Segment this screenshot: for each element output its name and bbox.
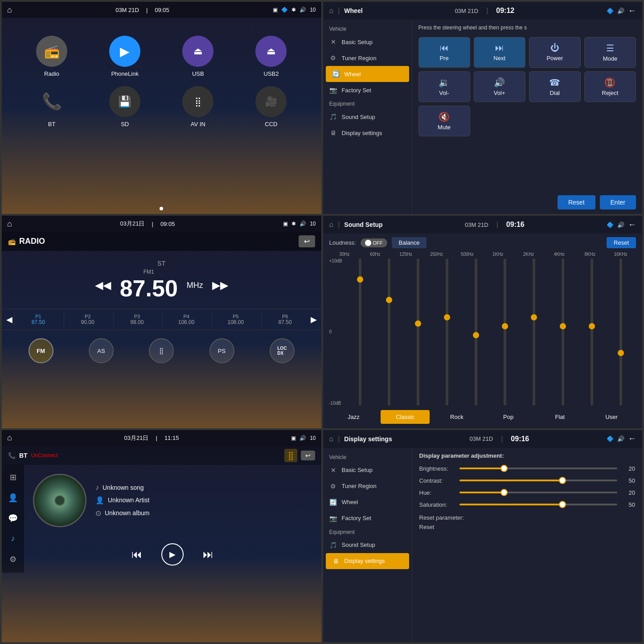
hue-knob[interactable] xyxy=(500,489,508,496)
eq-bar-4khz[interactable] xyxy=(549,258,576,405)
home-icon[interactable]: ⌂ xyxy=(7,5,12,15)
wheel-btn-dial[interactable]: ☎ Dial xyxy=(529,71,581,102)
eq-bar-500hz[interactable] xyxy=(462,258,489,405)
wheel-btn-next[interactable]: ⏭ Next xyxy=(474,37,525,68)
bt-prev-button[interactable]: ⏮ xyxy=(126,543,148,566)
radio-preset-4[interactable]: P4 106.00 xyxy=(162,312,210,327)
saturation-track[interactable] xyxy=(459,504,618,505)
wheel-home-icon[interactable]: ⌂ xyxy=(329,7,334,15)
display-home-icon[interactable]: ⌂ xyxy=(329,435,334,443)
wheel-btn-mode[interactable]: ☰ Mode xyxy=(584,37,636,68)
wheel-enter-button[interactable]: Enter xyxy=(600,195,636,209)
reset-param-button[interactable]: Reset xyxy=(419,524,636,530)
radio-preset-3[interactable]: P3 98.00 xyxy=(113,312,161,327)
eq-label-30hz: 30Hz xyxy=(329,252,360,257)
radio-home-icon[interactable]: ⌂ xyxy=(7,219,12,229)
radio-preset-6[interactable]: P6 87.50 xyxy=(261,312,309,327)
display-sidebar-tuner-region[interactable]: ⚙ Tuner Region xyxy=(323,478,412,494)
eq-preset-flat[interactable]: Flat xyxy=(536,410,585,424)
radio-prev-button[interactable]: ◀◀ xyxy=(95,279,111,291)
radio-as-button[interactable]: AS xyxy=(89,338,114,363)
display-sidebar-display-settings[interactable]: 🖥 Display settings xyxy=(326,553,409,569)
wheel-hint: Press the steering wheel and then press … xyxy=(418,24,636,32)
radio-band-label: FM1 xyxy=(144,269,154,275)
sidebar-item-factory-set[interactable]: 📷 Factory Set xyxy=(323,82,412,98)
app-avin[interactable]: ⣿ AV IN xyxy=(166,86,230,127)
bt-home-icon[interactable]: ⌂ xyxy=(7,433,12,443)
app-phonelink[interactable]: ▶ PhoneLink xyxy=(93,36,157,77)
eq-preset-jazz[interactable]: Jazz xyxy=(329,410,378,424)
eq-bar-2khz[interactable] xyxy=(520,258,547,405)
display-back-icon[interactable]: ← xyxy=(628,434,636,443)
eq-preset-rock[interactable]: Rock xyxy=(432,410,481,424)
bt-play-button[interactable]: ▶ xyxy=(161,543,184,566)
eq-bar-30hz[interactable] xyxy=(347,258,374,405)
sidebar-item-display-settings[interactable]: 🖥 Display settings xyxy=(323,125,412,141)
radio-back-button[interactable]: ↩ xyxy=(299,235,315,247)
display-sidebar-sound-setup[interactable]: 🎵 Sound Setup xyxy=(323,537,412,553)
radio-presets-prev[interactable]: ◀ xyxy=(6,315,12,324)
radio-next-button[interactable]: ▶▶ xyxy=(212,279,228,291)
radio-preset-5[interactable]: P5 108.00 xyxy=(212,312,259,327)
contrast-knob[interactable] xyxy=(559,477,566,484)
eq-preset-user[interactable]: User xyxy=(587,410,636,424)
bt-sidebar-grid-icon[interactable]: ⊞ xyxy=(5,469,21,485)
display-sidebar-factory-set[interactable]: 📷 Factory Set xyxy=(323,510,412,526)
radio-fm-button[interactable]: FM xyxy=(29,338,53,363)
wheel-btn-power[interactable]: ⏻ Power xyxy=(529,37,581,68)
wheel-reset-button[interactable]: Reset xyxy=(558,195,595,209)
wheel-btn-reject[interactable]: 📵 Reject xyxy=(584,71,636,102)
bt-next-button[interactable]: ⏭ xyxy=(197,543,219,566)
app-bt[interactable]: 📞 BT xyxy=(20,86,84,127)
bt-sidebar-messages-icon[interactable]: 💬 xyxy=(5,510,21,526)
eq-preset-classic[interactable]: Classic xyxy=(381,410,430,424)
sidebar-item-wheel[interactable]: 🔄 Wheel xyxy=(326,66,409,82)
eq-bar-250hz[interactable] xyxy=(434,258,461,405)
loudness-toggle[interactable]: OFF xyxy=(361,238,387,247)
sidebar-item-tuner-region[interactable]: ⚙ Tuner Region xyxy=(323,50,412,66)
eq-bar-125hz[interactable] xyxy=(405,258,432,405)
bt-sidebar-contacts-icon[interactable]: 👤 xyxy=(5,490,21,506)
bt-eq-icon[interactable]: ⣿ xyxy=(284,449,297,462)
eq-bar-8khz[interactable] xyxy=(578,258,605,405)
brightness-knob[interactable] xyxy=(500,465,508,472)
bt-sidebar-settings-icon[interactable]: ⚙ xyxy=(5,551,21,567)
radio-preset-1[interactable]: P1 87.50 xyxy=(14,312,62,327)
eq-bar-16khz[interactable] xyxy=(607,258,634,405)
wheel-back-icon[interactable]: ← xyxy=(628,6,636,16)
eq-bar-60hz[interactable] xyxy=(376,258,403,405)
app-usb[interactable]: ⏏ USB xyxy=(166,36,230,77)
wheel-btn-pre[interactable]: ⏮ Pre xyxy=(418,37,470,68)
radio-ps-button[interactable]: PS xyxy=(209,338,234,363)
app-radio-label: Radio xyxy=(44,70,59,77)
hue-track[interactable] xyxy=(459,492,618,493)
sidebar-item-basic-setup[interactable]: ✕ Basic Setup xyxy=(323,34,412,50)
saturation-knob[interactable] xyxy=(559,501,566,508)
wheel-btn-mute[interactable]: 🔇 Mute xyxy=(418,106,470,136)
display-sidebar-wheel[interactable]: 🔄 Wheel xyxy=(323,494,412,510)
sound-reset-button[interactable]: Reset xyxy=(607,237,636,248)
app-sd[interactable]: 💾 SD xyxy=(93,86,157,127)
mode-label: Mode xyxy=(603,55,618,62)
wheel-btn-vol-down[interactable]: 🔉 Vol- xyxy=(418,71,470,102)
sound-home-icon[interactable]: ⌂ xyxy=(329,221,334,229)
radio-locdx-button[interactable]: LOCDX xyxy=(270,338,295,363)
display-sidebar-basic-setup[interactable]: ✕ Basic Setup xyxy=(323,462,412,478)
sidebar-item-sound-setup[interactable]: 🎵 Sound Setup xyxy=(323,109,412,125)
bt-back-button[interactable]: ↩ xyxy=(301,451,315,460)
eq-bar-1khz[interactable] xyxy=(491,258,518,405)
sound-back-icon[interactable]: ← xyxy=(628,220,636,230)
brightness-track[interactable] xyxy=(459,468,618,469)
app-ccd[interactable]: 🎥 CCD xyxy=(239,86,303,127)
balance-button[interactable]: Balance xyxy=(392,237,427,248)
app-radio[interactable]: 📻 Radio xyxy=(20,36,84,77)
wheel-btn-vol-up[interactable]: 🔊 Vol+ xyxy=(474,71,525,102)
contrast-track[interactable] xyxy=(459,480,618,481)
eq-preset-pop[interactable]: Pop xyxy=(484,410,533,424)
radio-preset-2[interactable]: P2 90.00 xyxy=(64,312,111,327)
eq-chart-area: +10dB 0 -10dB xyxy=(329,258,636,405)
radio-presets-next[interactable]: ▶ xyxy=(311,315,317,324)
bt-sidebar-music-icon[interactable]: ♪ xyxy=(5,531,21,547)
radio-eq-button[interactable]: ⣿ xyxy=(149,338,174,363)
app-usb2[interactable]: ⏏ USB2 xyxy=(239,36,303,77)
